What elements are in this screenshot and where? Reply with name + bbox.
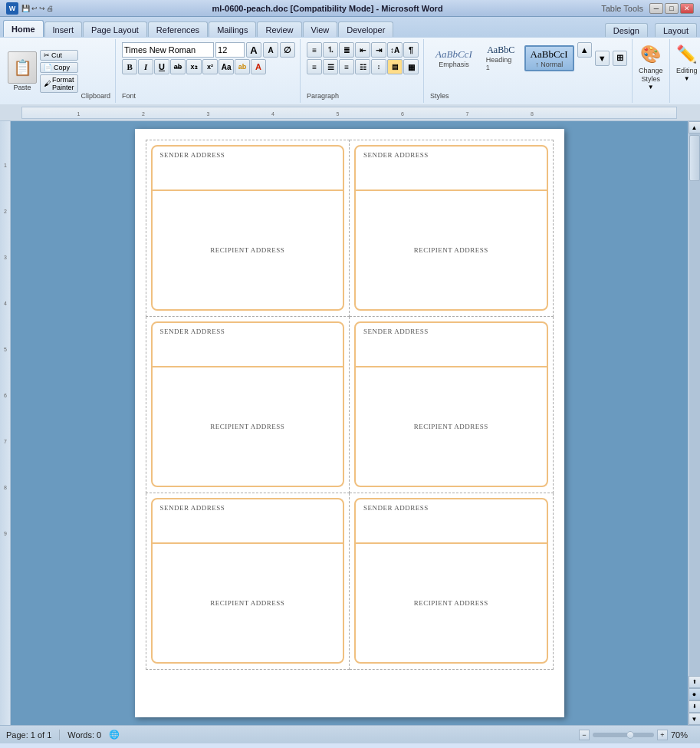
numbering-button[interactable]: ⒈ xyxy=(323,42,338,58)
font-name-selector[interactable] xyxy=(122,42,214,58)
label-sender-2-1[interactable]: SENDER ADDRESS xyxy=(153,323,343,367)
decrease-indent-button[interactable]: ⇤ xyxy=(355,42,370,58)
copy-button[interactable]: 📄 Copy xyxy=(40,62,78,73)
cut-button[interactable]: ✂ Cut xyxy=(40,50,78,61)
style-heading1[interactable]: AaBbC Heading 1 xyxy=(481,42,521,74)
scroll-page-up[interactable]: ⬆ xyxy=(688,676,701,688)
line-spacing-button[interactable]: ↕ xyxy=(371,59,386,74)
tab-mailings[interactable]: Mailings xyxy=(209,21,256,37)
label-inner-1-2: SENDER ADDRESS RECIPIENT ADDRESS xyxy=(354,145,548,311)
label-cell-3-2[interactable]: SENDER ADDRESS RECIPIENT ADDRESS xyxy=(350,493,554,670)
show-marks-button[interactable]: ¶ xyxy=(403,42,419,58)
shading-button[interactable]: ▤ xyxy=(387,59,403,74)
clipboard-group: 📋 Paste ✂ Cut 📄 Copy 🖌 Format Painter Cl… xyxy=(3,39,116,103)
label-sender-1-2[interactable]: SENDER ADDRESS xyxy=(356,147,547,191)
minimize-button[interactable]: ─ xyxy=(649,3,663,14)
highlight-button[interactable]: ab xyxy=(235,59,250,74)
zoom-area: − + 70% xyxy=(579,730,694,740)
increase-font-button[interactable]: A xyxy=(246,42,261,58)
paste-button[interactable]: 📋 Paste xyxy=(8,51,37,91)
close-button[interactable]: ✕ xyxy=(680,3,694,14)
label-cell-1-2[interactable]: SENDER ADDRESS RECIPIENT ADDRESS xyxy=(350,140,554,317)
label-sender-3-1[interactable]: SENDER ADDRESS xyxy=(153,499,343,544)
label-cell-3-1[interactable]: SENDER ADDRESS RECIPIENT ADDRESS xyxy=(146,493,350,670)
editing-icon: ✏️ xyxy=(675,42,699,67)
style-normal[interactable]: AaBbCcI ↑ Normal xyxy=(524,45,574,71)
align-left-button[interactable]: ≡ xyxy=(307,59,322,74)
strikethrough-button[interactable]: ab xyxy=(170,59,186,74)
quick-access-redo[interactable]: ↪ xyxy=(39,5,45,12)
label-inner-2-1: SENDER ADDRESS RECIPIENT ADDRESS xyxy=(151,321,345,487)
style-emphasis[interactable]: AaBbCcI Emphasis xyxy=(430,46,478,71)
styles-scroll-down[interactable]: ▼ xyxy=(595,51,610,66)
tab-review[interactable]: Review xyxy=(257,21,301,37)
styles-expand[interactable]: ⊞ xyxy=(613,51,627,66)
tab-layout[interactable]: Layout xyxy=(655,23,697,37)
align-right-button[interactable]: ≡ xyxy=(339,59,354,74)
document-area[interactable]: SENDER ADDRESS RECIPIENT ADDRESS SENDER … xyxy=(11,121,688,725)
scroll-select-browse[interactable]: ● xyxy=(688,688,701,700)
tab-design[interactable]: Design xyxy=(605,23,648,37)
label-cell-1-1[interactable]: SENDER ADDRESS RECIPIENT ADDRESS xyxy=(146,140,350,317)
label-recipient-3-1[interactable]: RECIPIENT ADDRESS xyxy=(153,544,343,662)
document-page: SENDER ADDRESS RECIPIENT ADDRESS SENDER … xyxy=(135,129,564,717)
scroll-track[interactable] xyxy=(689,133,700,676)
svg-text:4: 4 xyxy=(4,301,7,306)
italic-button[interactable]: I xyxy=(138,59,153,74)
svg-text:3: 3 xyxy=(4,255,7,260)
format-painter-button[interactable]: 🖌 Format Painter xyxy=(40,74,78,93)
label-sender-3-2[interactable]: SENDER ADDRESS xyxy=(356,499,547,544)
zoom-in-button[interactable]: + xyxy=(657,730,668,740)
underline-button[interactable]: U xyxy=(154,59,169,74)
label-recipient-1-2[interactable]: RECIPIENT ADDRESS xyxy=(356,191,547,309)
border-button[interactable]: ▦ xyxy=(403,59,419,74)
tab-home[interactable]: Home xyxy=(3,20,44,37)
scroll-thumb[interactable] xyxy=(689,135,700,181)
label-sender-1-1[interactable]: SENDER ADDRESS xyxy=(153,147,343,191)
label-recipient-2-2[interactable]: RECIPIENT ADDRESS xyxy=(356,367,547,486)
quick-access-undo[interactable]: ↩ xyxy=(31,5,38,12)
label-recipient-1-1[interactable]: RECIPIENT ADDRESS xyxy=(153,191,343,309)
font-color-button[interactable]: A xyxy=(251,59,266,74)
label-cell-2-2[interactable]: SENDER ADDRESS RECIPIENT ADDRESS xyxy=(350,317,554,493)
editing-button[interactable]: ✏️ Editing ▼ xyxy=(669,39,700,103)
label-recipient-2-1[interactable]: RECIPIENT ADDRESS xyxy=(153,367,343,486)
zoom-slider[interactable] xyxy=(593,733,654,737)
zoom-out-button[interactable]: − xyxy=(579,730,590,740)
zoom-thumb[interactable] xyxy=(626,731,634,739)
font-size-selector[interactable] xyxy=(215,42,245,58)
tab-page-layout[interactable]: Page Layout xyxy=(83,21,147,37)
sort-button[interactable]: ↕A xyxy=(387,42,403,58)
tab-references[interactable]: References xyxy=(148,21,208,37)
multilevel-button[interactable]: ≣ xyxy=(339,42,354,58)
styles-scroll-up[interactable]: ▲ xyxy=(577,42,592,58)
label-inner-3-1: SENDER ADDRESS RECIPIENT ADDRESS xyxy=(151,498,345,664)
justify-button[interactable]: ☷ xyxy=(355,59,370,74)
maximize-button[interactable]: □ xyxy=(665,3,679,14)
quick-access-save[interactable]: 💾 xyxy=(21,5,30,12)
scroll-down-button[interactable]: ▼ xyxy=(688,713,701,725)
subscript-button[interactable]: x₂ xyxy=(186,59,202,74)
bold-button[interactable]: B xyxy=(122,59,137,74)
label-recipient-3-2[interactable]: RECIPIENT ADDRESS xyxy=(356,544,547,662)
superscript-button[interactable]: x² xyxy=(202,59,218,74)
tab-view[interactable]: View xyxy=(303,21,338,37)
tab-insert[interactable]: Insert xyxy=(44,21,83,37)
quick-access-print[interactable]: 🖨 xyxy=(47,5,54,12)
scroll-up-button[interactable]: ▲ xyxy=(688,121,701,133)
tab-developer[interactable]: Developer xyxy=(338,21,393,37)
label-sender-2-2[interactable]: SENDER ADDRESS xyxy=(356,323,547,367)
label-table: SENDER ADDRESS RECIPIENT ADDRESS SENDER … xyxy=(146,140,554,670)
increase-indent-button[interactable]: ⇥ xyxy=(371,42,386,58)
styles-group: AaBbCcI Emphasis AaBbC Heading 1 AaBbCcI… xyxy=(426,39,633,103)
svg-text:2: 2 xyxy=(4,209,7,214)
scroll-page-down[interactable]: ⬇ xyxy=(688,700,701,713)
label-cell-2-1[interactable]: SENDER ADDRESS RECIPIENT ADDRESS xyxy=(146,317,350,493)
decrease-font-button[interactable]: A xyxy=(263,42,278,58)
change-styles-button[interactable]: 🎨 ChangeStyles ▼ xyxy=(634,39,668,103)
align-center-button[interactable]: ☰ xyxy=(323,59,338,74)
clear-formatting-button[interactable]: ∅ xyxy=(280,42,295,58)
ribbon-content: 📋 Paste ✂ Cut 📄 Copy 🖌 Format Painter Cl… xyxy=(0,37,700,104)
bullets-button[interactable]: ≡ xyxy=(307,42,322,58)
font-case-button[interactable]: Aa xyxy=(219,59,234,74)
